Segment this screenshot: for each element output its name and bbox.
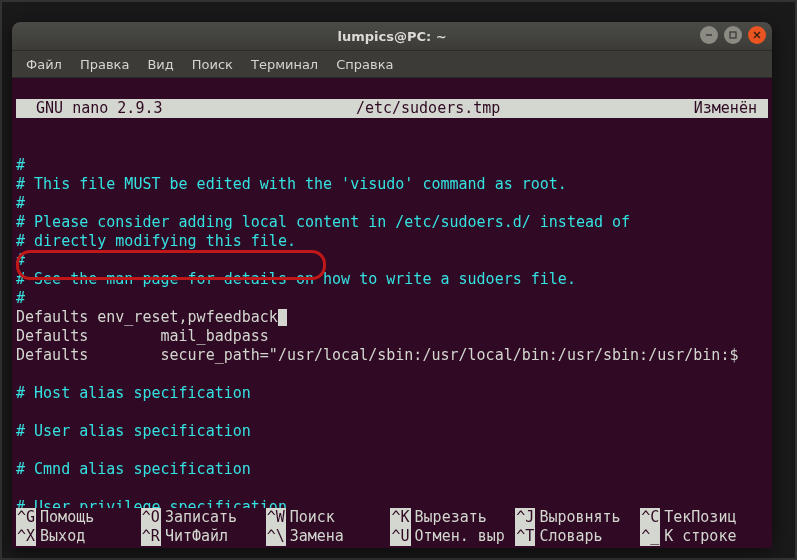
shortcut-spell[interactable]: ^TСловарь (515, 527, 640, 546)
shortcut-readfile[interactable]: ^RЧитФайл (141, 527, 266, 546)
menu-help[interactable]: Справка (328, 54, 401, 75)
nano-header: GNU nano 2.9.3/etc/sudoers.tmpИзменён (16, 99, 768, 118)
editor-line: # (16, 251, 25, 269)
menu-edit[interactable]: Правка (72, 54, 137, 75)
editor-line: # User alias specification (16, 422, 251, 440)
editor-line: # (16, 194, 25, 212)
shortcut-replace[interactable]: ^\Замена (266, 527, 391, 546)
titlebar: lumpics@PC: ~ (12, 22, 772, 51)
nano-shortcut-bar: ^GПомощь ^OЗаписать ^WПоиск ^KВырезать ^… (12, 508, 772, 548)
shortcut-help[interactable]: ^GПомощь (16, 508, 141, 527)
editor-blank-line (16, 137, 25, 155)
editor-blank-line (16, 403, 25, 421)
minimize-button[interactable] (700, 26, 718, 44)
nano-version: GNU nano 2.9.3 (18, 99, 163, 118)
menu-search[interactable]: Поиск (184, 54, 241, 75)
terminal-window: lumpics@PC: ~ Файл Правка Вид Поиск Терм… (12, 22, 772, 548)
editor-line: # directly modifying this file. (16, 232, 296, 250)
shortcut-uncut[interactable]: ^UОтмен. выр (390, 527, 515, 546)
shortcut-row: ^GПомощь ^OЗаписать ^WПоиск ^KВырезать ^… (16, 508, 768, 527)
text-cursor (278, 309, 287, 326)
maximize-icon (728, 30, 738, 40)
editor-blank-line (16, 479, 25, 497)
editor-line: # Host alias specification (16, 384, 251, 402)
editor-line: # Please consider adding local content i… (16, 213, 630, 231)
close-button[interactable] (748, 26, 766, 44)
editor-blank-line (16, 365, 25, 383)
editor-line: # This file MUST be edited with the 'vis… (16, 175, 567, 193)
shortcut-justify[interactable]: ^JВыровнять (515, 508, 640, 527)
window-controls (700, 26, 766, 44)
svg-rect-1 (730, 32, 736, 38)
editor-line: # (16, 156, 25, 174)
shortcut-writeout[interactable]: ^OЗаписать (141, 508, 266, 527)
window-title: lumpics@PC: ~ (337, 29, 446, 44)
editor-blank-line (16, 441, 25, 459)
nano-status: Изменён (694, 99, 766, 118)
editor-line: # User privilege specification (16, 498, 287, 508)
terminal-area[interactable]: GNU nano 2.9.3/etc/sudoers.tmpИзменён # … (12, 78, 772, 508)
nano-filepath: /etc/sudoers.tmp (163, 99, 694, 118)
maximize-button[interactable] (724, 26, 742, 44)
shortcut-cut[interactable]: ^KВырезать (390, 508, 515, 527)
editor-line: Defaults secure_path="/usr/local/sbin:/u… (16, 346, 738, 364)
menu-terminal[interactable]: Терминал (243, 54, 326, 75)
editor-line-highlighted: Defaults env_reset,pwfeedback (16, 308, 287, 327)
shortcut-exit[interactable]: ^XВыход (16, 527, 141, 546)
shortcut-curpos[interactable]: ^CТекПозиц (640, 508, 765, 527)
editor-line: # Cmnd alias specification (16, 460, 251, 478)
shortcut-row: ^XВыход ^RЧитФайл ^\Замена ^UОтмен. выр … (16, 527, 768, 546)
editor-line: Defaults mail_badpass (16, 327, 269, 345)
editor-line: # See the man page for details on how to… (16, 270, 576, 288)
editor-line: # (16, 289, 25, 307)
close-icon (752, 30, 762, 40)
menu-file[interactable]: Файл (18, 54, 70, 75)
menubar: Файл Правка Вид Поиск Терминал Справка (12, 51, 772, 78)
menu-view[interactable]: Вид (139, 54, 181, 75)
shortcut-gotoline[interactable]: ^_К строке (640, 527, 765, 546)
minimize-icon (704, 30, 714, 40)
shortcut-search[interactable]: ^WПоиск (266, 508, 391, 527)
